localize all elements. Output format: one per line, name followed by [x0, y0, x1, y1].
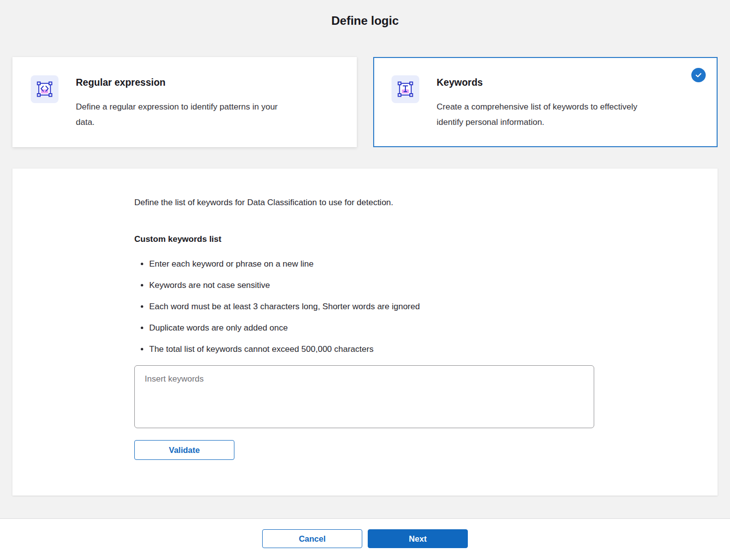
regex-card-body: Regular expression Define a regular expr…: [76, 75, 281, 147]
keywords-intro-text: Define the list of keywords for Data Cla…: [134, 197, 688, 209]
custom-keywords-list-heading: Custom keywords list: [134, 234, 688, 244]
page-title: Define logic: [0, 0, 730, 29]
keyword-rule-item: Each word must be at least 3 characters …: [149, 301, 688, 313]
keywords-card-body: Keywords Create a comprehensive list of …: [437, 75, 642, 146]
method-card-keywords[interactable]: Keywords Create a comprehensive list of …: [373, 57, 718, 147]
keywords-definition-panel: Define the list of keywords for Data Cla…: [12, 168, 718, 496]
regex-card-title: Regular expression: [76, 76, 281, 88]
validate-button[interactable]: Validate: [134, 440, 234, 460]
regex-selection-icon: [35, 80, 54, 99]
keyword-rule-item: Duplicate words are only added once: [149, 322, 688, 334]
text-selection-icon: [396, 80, 415, 99]
keywords-card-title: Keywords: [437, 76, 642, 88]
keyword-rules-list: Enter each keyword or phrase on a new li…: [134, 258, 688, 355]
keywords-input[interactable]: [134, 365, 594, 428]
selected-check-icon: [691, 68, 706, 82]
regex-icon-tile: [31, 75, 58, 103]
detection-method-cards: Regular expression Define a regular expr…: [12, 57, 718, 147]
keywords-card-description: Create a comprehensive list of keywords …: [437, 99, 642, 130]
keyword-rule-item: Keywords are not case sensitive: [149, 280, 688, 291]
next-button[interactable]: Next: [368, 529, 468, 548]
keywords-icon-tile: [392, 75, 419, 103]
regex-card-description: Define a regular expression to identify …: [76, 99, 281, 130]
cancel-button[interactable]: Cancel: [262, 529, 362, 548]
keyword-rule-item: Enter each keyword or phrase on a new li…: [149, 258, 688, 270]
keyword-rule-item: The total list of keywords cannot exceed…: [149, 343, 688, 355]
footer-action-bar: Cancel Next: [0, 518, 730, 560]
method-card-regular-expression[interactable]: Regular expression Define a regular expr…: [12, 57, 357, 147]
